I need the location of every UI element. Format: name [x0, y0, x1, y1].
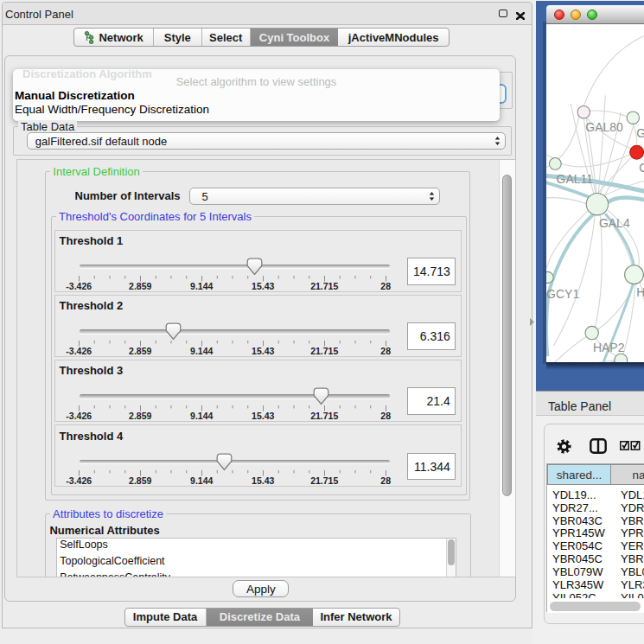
svg-text:GAL4: GAL4	[599, 216, 630, 230]
svg-text:HI: HI	[636, 285, 644, 299]
svg-text:GA: GA	[636, 126, 644, 140]
svg-text:GAL80: GAL80	[585, 120, 623, 134]
svg-text:HAP2: HAP2	[593, 340, 625, 354]
svg-text:C: C	[639, 161, 644, 175]
svg-text:GAL11: GAL11	[556, 171, 593, 185]
svg-text:GCY1: GCY1	[546, 287, 579, 301]
